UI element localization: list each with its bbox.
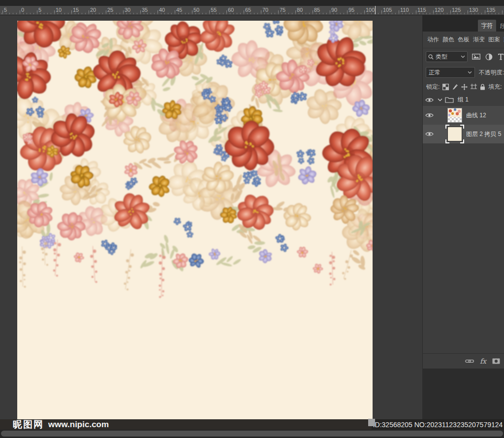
- ruler-label: 100: [366, 7, 375, 13]
- ruler-tick: [330, 10, 330, 14]
- lock-transparency-icon[interactable]: [442, 84, 449, 90]
- ruler-tick: [381, 10, 382, 14]
- ruler-label: 0: [21, 7, 24, 13]
- folder-icon: [445, 97, 454, 103]
- layer-row-selected[interactable]: 图层 2 拷贝 5: [423, 125, 504, 143]
- tab-actions[interactable]: 动作: [427, 35, 439, 44]
- visibility-toggle[interactable]: [423, 131, 436, 137]
- floral-pattern-svg: [17, 21, 373, 420]
- filter-type-dropdown[interactable]: 类型: [426, 51, 468, 62]
- lock-row: 锁定: 填充:: [423, 80, 504, 94]
- filter-type-label: 类型: [436, 53, 459, 61]
- ruler-label: 5: [4, 7, 7, 13]
- ruler-tick: [295, 10, 296, 14]
- resize-handle[interactable]: [368, 419, 375, 426]
- ruler-label: 35: [142, 7, 148, 13]
- layer-name[interactable]: 图层 2 拷贝 5: [466, 130, 501, 138]
- layer-list: 组 1 曲线 12: [423, 94, 504, 353]
- ruler-tick: [347, 10, 347, 14]
- tab-patterns[interactable]: 图案: [488, 35, 500, 44]
- ruler-tick: [2, 10, 3, 14]
- watermark-logo: 昵图网: [13, 419, 44, 430]
- layer-row-group[interactable]: 组 1: [423, 94, 504, 106]
- lock-position-icon[interactable]: [461, 84, 468, 90]
- tab-character[interactable]: 字符: [478, 20, 496, 32]
- ruler-label: 85: [314, 7, 320, 13]
- ruler-tick: [123, 10, 124, 14]
- search-icon: [428, 54, 434, 60]
- ruler-tick: [89, 10, 89, 14]
- layer-row-curve[interactable]: 曲线 12: [423, 106, 504, 125]
- selection-bracket: [445, 139, 449, 143]
- tab-color[interactable]: 颜色: [442, 35, 454, 44]
- visibility-toggle[interactable]: [423, 97, 436, 103]
- ruler-label: 125: [452, 7, 461, 13]
- horizontal-scrollbar[interactable]: [0, 430, 504, 438]
- adjustment-filter-icon[interactable]: [485, 53, 493, 61]
- mask-icon[interactable]: [492, 358, 500, 364]
- ruler-tick: [226, 10, 227, 14]
- selection-bracket: [460, 125, 464, 129]
- fx-icon[interactable]: fx: [480, 358, 486, 365]
- lock-all-icon[interactable]: [480, 84, 485, 90]
- ruler-tick: [209, 10, 210, 14]
- ruler-label: 50: [193, 7, 199, 13]
- scrollbar-thumb[interactable]: [1, 431, 503, 437]
- ruler-label: 70: [262, 7, 268, 13]
- tab-swatches[interactable]: 色板: [458, 35, 470, 44]
- ruler-tick: [399, 10, 399, 14]
- ruler-label: 90: [331, 7, 337, 13]
- lock-artboard-icon[interactable]: [471, 84, 477, 90]
- ruler-tick: [244, 10, 244, 14]
- layer-name[interactable]: 组 1: [458, 96, 469, 104]
- ruler-tick: [175, 10, 175, 14]
- window-top-strip: [0, 0, 504, 6]
- watermark-site: www.nipic.com: [48, 419, 109, 430]
- tab-gradients[interactable]: 渐变: [473, 35, 485, 44]
- ruler[interactable]: 5051015202530354045505560657075808590951…: [0, 6, 504, 15]
- ruler-label: 30: [125, 7, 130, 13]
- lock-pixels-icon[interactable]: [452, 84, 458, 90]
- ruler-label: 120: [435, 7, 443, 13]
- ruler-tick: [416, 10, 416, 14]
- ruler-label: 80: [297, 7, 303, 13]
- ruler-label: 75: [280, 7, 285, 13]
- eye-icon: [425, 131, 434, 137]
- ruler-tick: [364, 10, 365, 14]
- layer-thumbnail-selected[interactable]: [447, 127, 462, 141]
- ruler-tick: [54, 10, 55, 14]
- ruler-label: 55: [211, 7, 217, 13]
- ruler-tick: [313, 10, 313, 14]
- layer-filter-row: 类型: [423, 48, 504, 65]
- blend-mode-value: 正常: [429, 68, 468, 77]
- chevron-down-icon: [468, 71, 472, 74]
- lock-label: 锁定:: [426, 83, 440, 91]
- tab-paragraph-partial[interactable]: 段落: [500, 22, 504, 31]
- ruler-label: 130: [469, 7, 478, 13]
- panel-bottom-bar: fx: [423, 353, 504, 369]
- ruler-tick: [502, 10, 503, 14]
- selection-bracket: [460, 139, 464, 143]
- document-canvas[interactable]: [17, 21, 373, 420]
- ruler-tick: [485, 10, 485, 14]
- chevron-down-icon[interactable]: [438, 98, 442, 101]
- visibility-toggle[interactable]: [423, 112, 436, 118]
- ruler-label: 20: [90, 7, 96, 13]
- panel-tab-row: 动作 颜色 色板 渐变 图案 路径: [423, 32, 504, 48]
- ruler-label: 15: [73, 7, 79, 13]
- fill-label: 填充:: [488, 83, 502, 91]
- layer-name[interactable]: 曲线 12: [466, 111, 486, 120]
- ruler-label: 110: [400, 7, 409, 13]
- photoshop-workspace: { "ruler": { "labels": ["5","0","5","10"…: [0, 0, 504, 438]
- blend-mode-dropdown[interactable]: 正常: [426, 67, 475, 78]
- layers-panel: 动作 颜色 色板 渐变 图案 路径 类型: [422, 32, 504, 369]
- link-icon[interactable]: [465, 359, 474, 364]
- ruler-label: 40: [159, 7, 165, 13]
- layer-thumbnail[interactable]: [447, 108, 462, 123]
- image-filter-icon[interactable]: [472, 53, 480, 60]
- ruler-label: 95: [348, 7, 354, 13]
- ruler-tick: [468, 10, 468, 14]
- type-filter-icon[interactable]: [498, 53, 504, 60]
- ruler-label: 105: [383, 7, 392, 13]
- ruler-tick: [140, 10, 141, 14]
